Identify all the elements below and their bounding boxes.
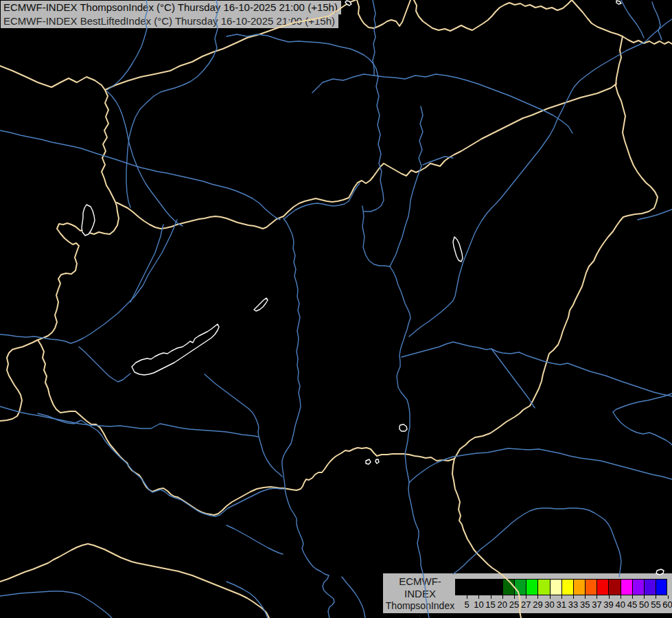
legend-color-cell	[514, 579, 526, 595]
legend-tick-value: 60	[662, 599, 672, 610]
lake-tisza	[453, 237, 463, 262]
legend-unit: °C	[384, 612, 456, 618]
legend-tick-mark	[467, 595, 467, 599]
legend-tick-value: 27	[521, 599, 531, 610]
legend-tick-mark	[561, 595, 562, 599]
lakes	[82, 1, 664, 575]
legend-tick-mark	[609, 595, 610, 599]
legend-color-cell	[455, 579, 467, 595]
lake-neusiedl	[82, 205, 95, 236]
legend-tick-value: 31	[557, 599, 566, 610]
rivers	[0, 0, 672, 618]
legend-tick-mark	[585, 595, 586, 599]
legend-color-cell	[585, 579, 596, 595]
map-title-thompson-index: ECMWF-INDEX ThompsonIndex (°C) Thursday …	[1, 1, 341, 14]
legend-color-cell	[621, 579, 632, 595]
legend-color-cell	[537, 579, 549, 595]
legend-tick-mark	[573, 595, 574, 599]
legend-color-cell	[644, 579, 656, 595]
country-borders	[0, 0, 672, 618]
legend-color-cell	[526, 579, 537, 595]
legend-tick-value: 25	[509, 599, 519, 610]
legend-color-cell	[573, 579, 585, 595]
legend-color-cell	[491, 579, 502, 595]
legend-tick-mark	[656, 595, 656, 599]
legend-tick-mark	[550, 595, 551, 599]
legend-color-cell	[656, 579, 667, 595]
legend-color-cell	[561, 579, 573, 595]
legend-tick-mark	[621, 595, 621, 599]
legend-tick-mark	[491, 595, 491, 599]
legend-tick-value: 50	[639, 599, 649, 610]
legend-tick-mark	[632, 595, 633, 599]
legend-color-cell	[467, 579, 478, 595]
legend-tick-mark	[478, 595, 479, 599]
map-title-best-lifted-index: ECMWF-INDEX BestLiftedIndex (°C) Thursda…	[1, 14, 338, 28]
legend-color-cell	[632, 579, 644, 595]
lake-balaton	[132, 324, 219, 375]
legend-tick-value: 37	[592, 599, 601, 610]
legend-tick-value: 39	[603, 599, 613, 610]
legend-tick-value: 55	[651, 599, 660, 610]
legend-color-cell	[596, 579, 608, 595]
legend-parameter-name: ThompsonIndex	[384, 600, 456, 612]
legend-tick-mark	[514, 595, 515, 599]
lake-velence	[254, 298, 268, 311]
legend-tick-mark	[644, 595, 645, 599]
weather-map-canvas: ECMWF-INDEX ThompsonIndex (°C) Thursday …	[0, 0, 672, 618]
legend-tick-value: 45	[627, 599, 637, 610]
legend-tick-mark	[526, 595, 526, 599]
map-graphic	[0, 0, 672, 618]
legend-color-bar	[455, 579, 667, 595]
legend-tick-mark	[502, 595, 503, 599]
legend-tick-mark	[668, 595, 669, 599]
legend-color-cell	[608, 579, 620, 595]
legend-tick-value: 29	[533, 599, 542, 610]
legend-tick-value: 10	[474, 599, 483, 610]
legend-color-cell	[478, 579, 490, 595]
legend-tick-value: 40	[616, 599, 625, 610]
legend-tick-value: 15	[485, 599, 495, 610]
legend-tick-mark	[537, 595, 538, 599]
legend-tick-value: 20	[498, 599, 507, 610]
legend-tick-mark	[596, 595, 597, 599]
legend-tick-value: 33	[568, 599, 578, 610]
legend-label: ECMWF-INDEX ThompsonIndex °C	[384, 575, 456, 618]
legend-tick-value: 30	[544, 599, 554, 610]
legend-color-cell	[550, 579, 561, 595]
legend-model-name: ECMWF-INDEX	[384, 575, 456, 600]
legend-tick-value: 35	[580, 599, 590, 610]
legend-tick-value: 5	[465, 599, 470, 610]
color-scale-legend: ECMWF-INDEX ThompsonIndex °C 51015202527…	[383, 573, 672, 613]
legend-color-cell	[502, 579, 514, 595]
